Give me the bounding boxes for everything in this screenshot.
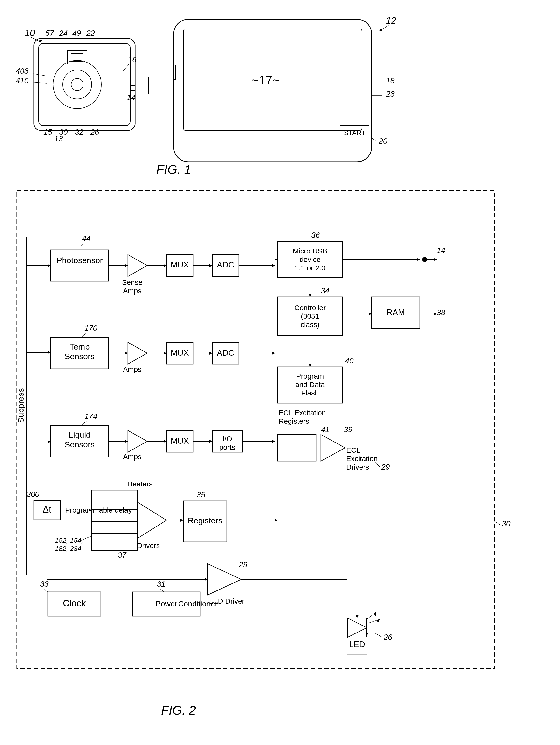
svg-marker-42 [209, 264, 212, 267]
svg-line-131 [367, 612, 376, 619]
ref-39: 39 [344, 425, 352, 434]
svg-marker-65 [128, 342, 147, 364]
sense-amps-label: Sense [122, 278, 142, 286]
ref-14: 14 [127, 93, 135, 102]
svg-marker-87 [209, 440, 212, 443]
svg-line-17 [33, 82, 47, 83]
ref-16: 16 [128, 55, 137, 64]
ref-40: 40 [345, 356, 354, 365]
ram-label: RAM [387, 307, 405, 317]
mux2-label: MUX [171, 348, 189, 357]
ref-10: 10 [25, 28, 35, 38]
svg-marker-37 [128, 255, 147, 277]
svg-line-126 [495, 521, 501, 525]
svg-point-7 [63, 70, 92, 99]
svg-marker-39 [164, 264, 167, 267]
svg-line-127 [43, 589, 48, 592]
svg-marker-64 [125, 352, 128, 355]
ref-408: 408 [16, 67, 29, 75]
adc1-label: ADC [217, 260, 234, 269]
svg-marker-45 [272, 264, 275, 267]
ref-20: 20 [379, 137, 387, 145]
svg-marker-83 [164, 440, 167, 443]
svg-marker-76 [309, 364, 312, 367]
controller-label1: Controller [294, 304, 326, 312]
svg-marker-60 [434, 313, 437, 315]
io-ports-label2: ports [219, 443, 236, 451]
micro-usb-label2: device [300, 255, 321, 263]
svg-rect-5 [39, 43, 130, 126]
svg-line-93 [375, 462, 380, 467]
ref-300: 300 [27, 490, 40, 498]
ref-26-led: 26 [383, 633, 392, 641]
svg-marker-125 [356, 615, 358, 618]
svg-marker-52 [434, 258, 437, 261]
photosensor-label: Photosensor [57, 256, 103, 265]
svg-line-15 [123, 64, 129, 71]
svg-marker-81 [128, 430, 147, 452]
ref-410: 410 [16, 76, 29, 85]
ref-33: 33 [40, 580, 49, 588]
liquid-sensors-label1: Liquid [69, 430, 91, 440]
svg-marker-134 [377, 619, 380, 623]
fig2-area: Suppress 44 Photosensor Sense [10, 188, 550, 734]
svg-rect-18 [174, 19, 372, 162]
svg-rect-24 [173, 65, 176, 80]
amps2-label: Amps [123, 365, 142, 373]
svg-rect-9 [68, 51, 87, 64]
ref-29-led: 29 [239, 560, 248, 569]
io-ports-label1: I/O [222, 435, 232, 443]
svg-line-16 [33, 74, 47, 76]
controller-label3: class) [301, 321, 319, 329]
ref-35: 35 [197, 490, 205, 499]
start-button-label: START [344, 129, 365, 137]
ecl-drivers-label3: Drivers [346, 463, 369, 471]
ecl-drivers-label2: Excitation [346, 455, 378, 462]
svg-rect-34 [51, 250, 109, 281]
svg-rect-11 [135, 77, 148, 94]
power-cond-label1: Power [155, 600, 178, 608]
ref-44: 44 [82, 234, 91, 242]
svg-marker-105 [138, 502, 167, 538]
svg-point-8 [71, 78, 83, 91]
ref-31: 31 [157, 580, 166, 588]
registers-label: Registers [188, 516, 222, 525]
svg-marker-49 [417, 258, 420, 261]
ref-49: 49 [72, 29, 81, 37]
ref-18: 18 [386, 76, 395, 85]
ref-32: 32 [75, 128, 83, 136]
svg-marker-70 [209, 352, 212, 355]
ref-26: 26 [90, 128, 99, 136]
svg-marker-67 [164, 352, 167, 355]
ref-17: ~17~ [251, 73, 280, 87]
heaters-label: Heaters [127, 480, 152, 488]
ref-170: 170 [84, 324, 98, 332]
ref-12: 12 [386, 15, 396, 26]
ref-57: 57 [45, 29, 54, 37]
svg-marker-32 [48, 440, 51, 443]
ref-37: 37 [118, 551, 127, 559]
clock-label: Clock [63, 598, 86, 608]
svg-marker-80 [125, 440, 128, 443]
adc2-label: ADC [217, 348, 234, 357]
svg-line-116 [374, 633, 382, 637]
svg-point-6 [53, 60, 101, 109]
svg-rect-90 [277, 434, 316, 461]
svg-rect-99 [92, 490, 138, 550]
svg-marker-30 [48, 351, 51, 354]
drivers-label: Drivers [137, 542, 160, 549]
delta-t-label: Δt [43, 504, 51, 514]
ref-174: 174 [84, 412, 97, 421]
power-cond-label2: Conditioner [178, 600, 218, 608]
suppress-label: Suppress [16, 388, 25, 423]
svg-marker-89 [272, 440, 275, 443]
svg-marker-117 [347, 618, 367, 637]
ref-22: 22 [86, 29, 95, 37]
svg-rect-4 [34, 39, 135, 130]
ref-30-right: 30 [502, 519, 511, 528]
svg-marker-108 [180, 519, 183, 522]
mux3-label: MUX [171, 436, 189, 445]
fig2-label: FIG. 2 [161, 703, 196, 717]
program-flash-label3: Flash [301, 389, 319, 397]
ref-14-right: 14 [437, 246, 445, 255]
